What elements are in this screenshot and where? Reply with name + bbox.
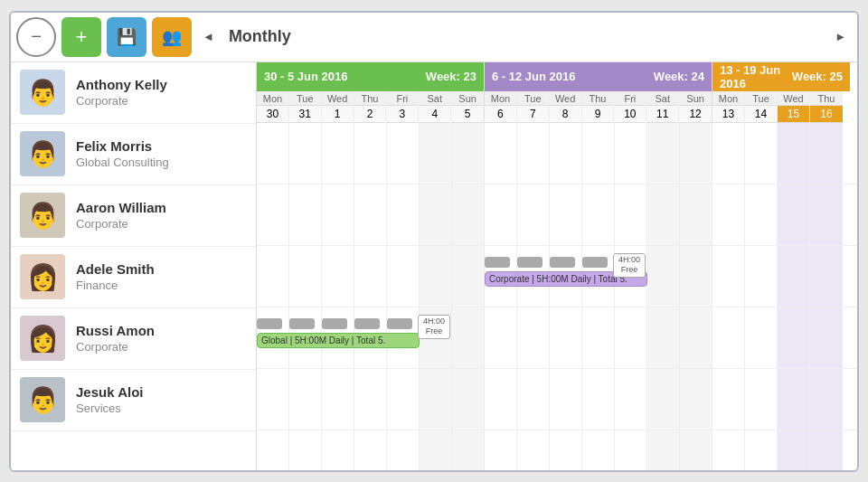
cell-r3-4 (354, 246, 387, 307)
day-sat-w2: Sat11 (646, 91, 679, 123)
cell-r2-17 (778, 184, 810, 245)
cell-r6-12 (615, 430, 647, 470)
day-fri-w2: Fri10 (614, 91, 646, 123)
cell-r6-7 (452, 430, 485, 470)
week2-number: Week: 24 (654, 70, 704, 83)
cell-r5-14 (680, 369, 712, 430)
cell-r2-10 (550, 184, 582, 245)
cell-r3-17 (778, 246, 810, 307)
cell-r4-14 (680, 307, 712, 368)
cell-r1-3 (322, 123, 354, 184)
day-wed-w2: Wed8 (550, 91, 582, 123)
cell-r3-16 (745, 246, 778, 307)
week-block-1: 30 - 5 Jun 2016 Week: 23 Mon30 Tue31 Wed… (257, 62, 485, 123)
person-row-aaron-william[interactable]: 👨Aaron WilliamCorporate (11, 185, 256, 247)
minus-button[interactable]: − (16, 17, 56, 57)
cell-r5-9 (517, 369, 550, 430)
day-tue-w1: Tue31 (289, 91, 322, 123)
day-sat-w1: Sat4 (419, 91, 451, 123)
main-container: − + 💾 👥 ◄ Monthly ► 👨Anthony KellyCorpor… (9, 11, 859, 472)
cell-r4-11 (582, 307, 615, 368)
day-thu-w2: Thu9 (582, 91, 615, 123)
cell-r5-5 (387, 369, 420, 430)
cal-row-felix (257, 184, 857, 246)
cell-r3-3 (322, 246, 354, 307)
adele-green-event: Global | 5H:00M Daily | Total 5. (257, 333, 420, 348)
cell-r6-8 (485, 430, 517, 470)
cell-r5-2 (289, 369, 322, 430)
cell-r1-12 (615, 123, 647, 184)
cell-r6-15 (712, 430, 745, 470)
avatar: 👨 (20, 193, 65, 238)
person-row-russi-amon[interactable]: 👩Russi AmonCorporate (11, 308, 256, 370)
next-arrow[interactable]: ► (829, 28, 852, 45)
adele-gray-bar5 (387, 318, 412, 329)
person-dept: Finance (76, 279, 155, 292)
cell-r6-4 (354, 430, 387, 470)
day-thu-w1: Thu2 (354, 91, 387, 123)
group-button[interactable]: 👥 (152, 17, 192, 57)
cal-row-adele: 4H:00Free Global | 5H:00M Daily | Total … (257, 307, 857, 369)
cell-r2-16 (745, 184, 778, 245)
cell-r4-13 (647, 307, 680, 368)
cell-r1-14 (680, 123, 712, 184)
cell-r3-18 (810, 246, 843, 307)
person-name: Adele Smith (76, 261, 155, 277)
week1-number: Week: 23 (426, 70, 476, 83)
cell-r1-11 (582, 123, 615, 184)
cell-r5-1 (257, 369, 289, 430)
person-dept: Global Consulting (76, 156, 169, 169)
calendar-body: 4H:00Free Corporate | 5H:00M Daily | Tot… (257, 123, 857, 470)
week2-days: Mon6 Tue7 Wed8 Thu9 Fri10 Sat11 Sun12 (485, 91, 712, 123)
cell-r1-15 (712, 123, 745, 184)
person-row-anthony-kelly[interactable]: 👨Anthony KellyCorporate (11, 62, 256, 124)
week1-days: Mon30 Tue31 Wed1 Thu2 Fri3 Sat4 Sun5 (257, 91, 484, 123)
cell-r6-9 (517, 430, 550, 470)
cell-r4-9 (517, 307, 550, 368)
save-button[interactable]: 💾 (107, 17, 146, 57)
cell-r6-13 (647, 430, 680, 470)
cell-r2-14 (680, 184, 712, 245)
cell-r6-16 (745, 430, 778, 470)
person-row-adele-smith[interactable]: 👩Adele SmithFinance (11, 247, 256, 308)
cell-r5-18 (810, 369, 843, 430)
cell-r1-16 (745, 123, 778, 184)
day-sun-w2: Sun12 (679, 91, 712, 123)
adele-free-badge: 4H:00Free (418, 315, 450, 339)
cell-r5-4 (354, 369, 387, 430)
cell-r5-7 (452, 369, 485, 430)
cell-r4-15 (712, 307, 745, 368)
avatar: 👩 (20, 254, 65, 299)
cell-r5-15 (712, 369, 745, 430)
person-row-felix-morris[interactable]: 👨Felix MorrisGlobal Consulting (11, 124, 256, 185)
person-dept: Services (76, 402, 143, 415)
week3-days: Mon13 Tue14 Wed15 Thu16 (712, 91, 850, 123)
cell-r3-7 (452, 246, 485, 307)
person-dept: Corporate (76, 217, 166, 231)
week2-date-range: 6 - 12 Jun 2016 (492, 70, 654, 83)
day-tue-w2: Tue7 (517, 91, 550, 123)
cell-r4-12 (615, 307, 647, 368)
aaron-gray-bar3 (550, 257, 575, 268)
cell-r5-8 (485, 369, 517, 430)
cell-r1-4 (354, 123, 387, 184)
avatar: 👩 (20, 316, 65, 361)
toolbar: − + 💾 👥 ◄ Monthly ► (11, 13, 857, 62)
person-name: Russi Amon (76, 323, 155, 338)
cell-r1-8 (485, 123, 517, 184)
prev-arrow[interactable]: ◄ (197, 28, 220, 45)
cell-r6-6 (420, 430, 452, 470)
week-block-3: 13 - 19 Jun 2016 Week: 25 Mon13 Tue14 We… (712, 62, 850, 123)
person-row-jesuk-aloi[interactable]: 👨Jesuk AloiServices (11, 370, 256, 431)
week1-title: 30 - 5 Jun 2016 Week: 23 (257, 62, 484, 91)
person-name: Anthony Kelly (76, 77, 167, 92)
cell-r1-10 (550, 123, 582, 184)
cell-r6-10 (550, 430, 582, 470)
cell-r4-16 (745, 307, 778, 368)
plus-button[interactable]: + (61, 17, 101, 57)
cell-r4-7 (452, 307, 485, 368)
cell-r2-8 (485, 184, 517, 245)
cell-r1-13 (647, 123, 680, 184)
cell-r1-9 (517, 123, 550, 184)
cell-r2-12 (615, 184, 647, 245)
